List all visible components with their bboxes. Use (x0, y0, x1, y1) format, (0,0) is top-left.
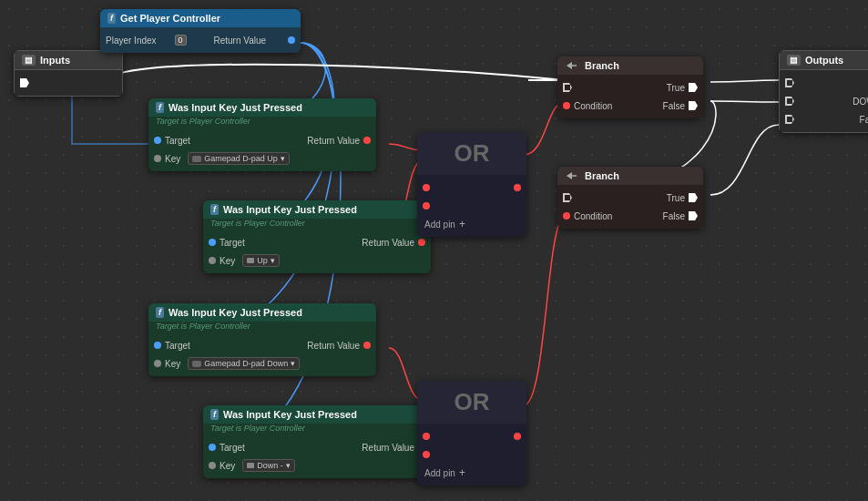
branch-1-false-pin[interactable] (689, 101, 698, 110)
inputs-header: ▤ Inputs (14, 50, 123, 70)
key-label-2: Key (220, 256, 235, 266)
key-pin-2[interactable] (209, 257, 216, 264)
get-player-title: Get Player Controller (120, 13, 220, 24)
was-input-3-key-row: Key Gamepad D-pad Down ▾ (148, 354, 376, 373)
branch-1-title: Branch (585, 60, 619, 71)
outputs-up-pin[interactable] (785, 78, 794, 87)
was-input-3-title: Was Input Key Just Pressed (168, 307, 302, 318)
branch-1-icon (565, 60, 577, 71)
dropdown-arrow-3: ▾ (291, 359, 295, 368)
or-node-1: OR Add pin + (417, 132, 526, 237)
get-player-controller-node: f Get Player Controller Player Index 0 R… (100, 9, 301, 53)
player-index-value[interactable]: 0 (175, 35, 187, 46)
was-input-1-key-row: Key Gamepad D-pad Up ▾ (148, 149, 376, 168)
branch-2-body: True Condition False (557, 185, 703, 229)
target-pin-2[interactable] (209, 239, 216, 246)
or-1-pin-row-1 (417, 179, 526, 197)
was-input-2-subtitle: Target is Player Controller (203, 219, 431, 230)
outputs-down-row: DOWN (780, 92, 868, 110)
or-2-out-pin[interactable] (514, 433, 521, 440)
was-input-1-header: f Was Input Key Just Pressed (148, 98, 376, 117)
was-input-4-body: Target Return Value Key Down - ▾ (203, 435, 431, 478)
dropdown-arrow-2: ▾ (271, 256, 275, 265)
or-node-2: OR Add pin + (417, 381, 526, 486)
branch-2-condition-row: Condition False (557, 207, 703, 225)
key-value-4: Down - (257, 461, 283, 470)
branch-2-false-pin[interactable] (689, 211, 698, 220)
key-dropdown-4[interactable]: Down - ▾ (242, 459, 295, 472)
blueprint-canvas[interactable]: ▤ Inputs f Get Player Controller Player … (0, 0, 868, 501)
was-input-node-1: f Was Input Key Just Pressed Target is P… (148, 98, 376, 171)
key-dropdown-2[interactable]: Up ▾ (242, 254, 280, 267)
or-2-plus-icon: + (459, 466, 465, 479)
branch-1-true-pin[interactable] (689, 83, 698, 92)
or-2-in-pin-2[interactable] (423, 451, 430, 458)
or-1-in-pin-2[interactable] (423, 202, 430, 210)
return-pin-2[interactable] (418, 239, 425, 246)
keyboard-icon-2 (247, 258, 254, 263)
branch-2-condition-pin[interactable] (563, 212, 570, 220)
or-1-in-pin-1[interactable] (423, 184, 430, 191)
was-input-node-3: f Was Input Key Just Pressed Target is P… (148, 303, 376, 376)
or-1-pin-row-2 (417, 197, 526, 215)
inputs-exec-pin[interactable] (20, 78, 29, 87)
dropdown-arrow-1: ▾ (281, 154, 285, 163)
or-2-pin-row-2 (417, 445, 526, 464)
target-pin-4[interactable] (209, 444, 216, 451)
was-input-3-target-row: Target Return Value (148, 336, 376, 354)
or-1-out-pin[interactable] (514, 184, 521, 191)
or-1-add-pin-btn[interactable]: Add pin + (417, 215, 526, 233)
branch-2-header: Branch (557, 167, 703, 185)
get-player-header: f Get Player Controller (100, 9, 301, 27)
return-label-4: Return Value (362, 443, 414, 453)
was-input-3-subtitle: Target is Player Controller (148, 322, 376, 332)
outputs-false-pin[interactable] (785, 115, 794, 124)
outputs-up-row: UP (780, 74, 868, 92)
branch-1-exec-in[interactable] (563, 83, 572, 92)
key-pin-4[interactable] (209, 462, 216, 469)
gamepad-icon-3 (192, 361, 201, 367)
outputs-node: ▤ Outputs UP DOWN False (779, 50, 868, 133)
return-label-1: Return Value (307, 136, 360, 146)
branch-1-condition-pin[interactable] (563, 102, 570, 109)
outputs-false-label: False (860, 115, 868, 125)
or-2-add-pin-btn[interactable]: Add pin + (417, 464, 526, 482)
was-input-3-body: Target Return Value Key Gamepad D-pad Do… (148, 332, 376, 376)
or-2-in-pin-1[interactable] (423, 433, 430, 440)
was-input-4-key-row: Key Down - ▾ (203, 456, 431, 475)
key-dropdown-1[interactable]: Gamepad D-pad Up ▾ (188, 152, 290, 165)
target-pin-3[interactable] (154, 342, 161, 349)
key-pin-1[interactable] (154, 155, 161, 162)
outputs-title: Outputs (805, 55, 843, 66)
branch-1-true-label: True (667, 83, 685, 93)
or-1-add-pin-label: Add pin (424, 220, 455, 230)
or-1-header: OR (417, 132, 526, 175)
inputs-node: ▤ Inputs (14, 50, 123, 97)
branch-1-condition-label: Condition (574, 101, 612, 111)
func-icon-2: f (210, 204, 219, 215)
branch-node-2: Branch True Condition False (557, 167, 703, 229)
inputs-icon: ▤ (22, 55, 36, 66)
dropdown-arrow-4: ▾ (286, 461, 291, 470)
was-input-2-target-row: Target Return Value (203, 233, 431, 251)
branch-2-true-pin[interactable] (689, 193, 698, 202)
target-label-2: Target (220, 238, 245, 248)
branch-2-exec-in[interactable] (563, 193, 572, 202)
inputs-body (14, 70, 123, 97)
target-pin-1[interactable] (154, 137, 161, 144)
outputs-header: ▤ Outputs (779, 50, 868, 70)
return-value-pin[interactable] (288, 36, 295, 44)
return-pin-1[interactable] (363, 137, 371, 144)
outputs-down-pin[interactable] (785, 97, 794, 106)
return-pin-3[interactable] (363, 342, 371, 349)
branch-2-condition-label: Condition (574, 211, 612, 221)
was-input-2-title: Was Input Key Just Pressed (223, 204, 357, 215)
was-input-4-subtitle: Target is Player Controller (203, 424, 431, 435)
key-dropdown-3[interactable]: Gamepad D-pad Down ▾ (188, 357, 300, 370)
was-input-4-target-row: Target Return Value (203, 438, 431, 456)
or-1-body: Add pin + (417, 175, 526, 237)
branch-node-1: Branch True Condition False (557, 56, 703, 118)
branch-2-false-label: False (663, 211, 685, 221)
key-pin-3[interactable] (154, 360, 161, 367)
or-2-pin-row-1 (417, 427, 526, 445)
